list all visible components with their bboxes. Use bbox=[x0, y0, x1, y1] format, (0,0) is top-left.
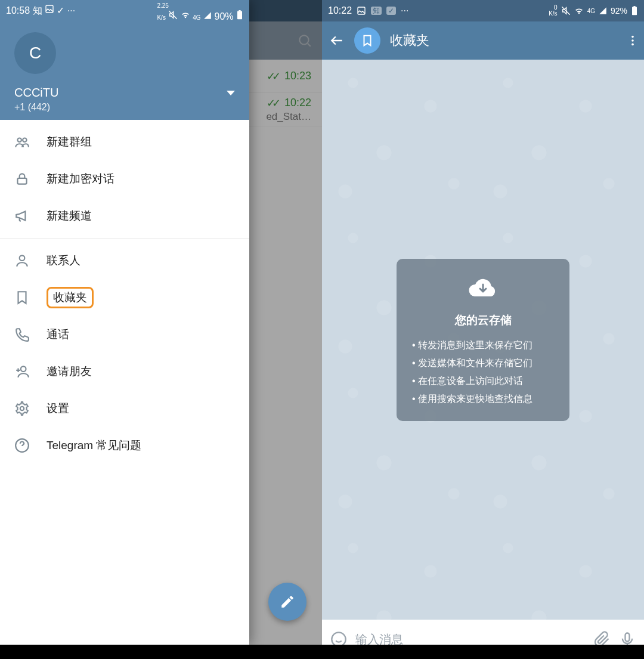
person-icon bbox=[14, 253, 30, 268]
svg-point-17 bbox=[631, 36, 634, 38]
status-more-icon: ··· bbox=[401, 5, 408, 16]
drawer-menu: 新建群组 新建加密对话 新建频道 联系人 收藏夹 bbox=[0, 120, 249, 645]
menu-settings[interactable]: 设置 bbox=[0, 390, 249, 427]
compose-fab[interactable] bbox=[268, 583, 306, 621]
chat-body: 您的云存储 转发消息到这里来保存它们 发送媒体和文件来存储它们 在任意设备上访问… bbox=[322, 60, 644, 620]
status-4g: 4G bbox=[193, 14, 200, 21]
menu-saved-messages[interactable]: 收藏夹 bbox=[0, 279, 249, 316]
mute-icon bbox=[561, 6, 571, 16]
svg-rect-2 bbox=[46, 5, 53, 13]
status-more-icon: ··· bbox=[67, 5, 75, 16]
status-pill-icon: 知 bbox=[33, 5, 42, 16]
help-icon bbox=[14, 438, 30, 453]
cloud-storage-info-card: 您的云存储 转发消息到这里来保存它们 发送媒体和文件来存储它们 在任意设备上访问… bbox=[397, 259, 569, 421]
signal-icon bbox=[599, 7, 607, 15]
pencil-icon bbox=[280, 594, 295, 610]
signal-icon bbox=[203, 11, 212, 20]
mute-icon bbox=[168, 10, 178, 20]
svg-rect-8 bbox=[17, 178, 26, 184]
svg-point-7 bbox=[23, 138, 27, 143]
status-pill-icon: ✓ bbox=[386, 7, 396, 15]
menu-label: 设置 bbox=[47, 401, 69, 416]
menu-faq[interactable]: Telegram 常见问题 bbox=[0, 427, 249, 464]
menu-label: Telegram 常见问题 bbox=[47, 438, 141, 453]
svg-point-18 bbox=[631, 39, 634, 42]
back-icon[interactable] bbox=[329, 33, 345, 48]
lock-icon bbox=[14, 171, 30, 187]
image-icon bbox=[45, 4, 54, 14]
menu-label: 联系人 bbox=[47, 253, 80, 268]
menu-label: 邀请朋友 bbox=[47, 364, 92, 379]
card-bullet: 转发消息到这里来保存它们 bbox=[412, 336, 554, 354]
right-screenshot: 10:22 知 ✓ ··· 0 K/s 4G 92% 收藏夹 bbox=[322, 0, 644, 659]
menu-separator bbox=[0, 238, 249, 239]
status-time: 10:22 bbox=[328, 5, 352, 16]
android-navbar bbox=[0, 645, 322, 659]
menu-new-secret-chat[interactable]: 新建加密对话 bbox=[0, 160, 249, 197]
card-bullet: 使用搜索来更快地查找信息 bbox=[412, 390, 554, 408]
drawer-header: 10:58 知 ✓ ··· 2.25 K/s 4G 90% bbox=[0, 0, 249, 120]
menu-new-group[interactable]: 新建群组 bbox=[0, 123, 249, 160]
megaphone-icon bbox=[14, 208, 30, 224]
bookmark-icon bbox=[361, 34, 374, 47]
gear-icon bbox=[14, 401, 30, 416]
left-screenshot: ✓✓ 10:23 ✓✓ 10:22 ed_Stat… 10:58 bbox=[0, 0, 322, 659]
menu-label: 通话 bbox=[47, 327, 69, 342]
status-4g: 4G bbox=[587, 8, 595, 14]
avatar[interactable]: C bbox=[14, 32, 56, 74]
phone-icon bbox=[14, 327, 30, 342]
status-pill-icon: 知 bbox=[371, 7, 382, 15]
android-navbar bbox=[322, 645, 644, 659]
card-title: 您的云存储 bbox=[412, 313, 554, 328]
card-bullet: 在任意设备上访问此对话 bbox=[412, 372, 554, 390]
battery-icon bbox=[631, 6, 638, 16]
wifi-icon bbox=[574, 6, 584, 16]
profile-name: CCCiTU bbox=[14, 86, 58, 100]
svg-point-10 bbox=[21, 366, 26, 372]
status-battery: 90% bbox=[215, 11, 234, 21]
bookmark-icon bbox=[14, 290, 30, 305]
svg-rect-16 bbox=[633, 6, 635, 7]
avatar-initial: C bbox=[29, 44, 41, 63]
card-bullet-list: 转发消息到这里来保存它们 发送媒体和文件来存储它们 在任意设备上访问此对话 使用… bbox=[412, 336, 554, 408]
svg-point-11 bbox=[20, 407, 24, 411]
svg-rect-5 bbox=[239, 10, 240, 11]
navigation-drawer: 10:58 知 ✓ ··· 2.25 K/s 4G 90% bbox=[0, 0, 249, 645]
menu-label: 新建频道 bbox=[47, 208, 92, 224]
wifi-icon bbox=[181, 10, 190, 20]
image-icon bbox=[357, 6, 366, 16]
menu-contacts[interactable]: 联系人 bbox=[0, 242, 249, 279]
person-add-icon bbox=[14, 364, 30, 379]
status-net: 0 K/s bbox=[549, 5, 557, 17]
svg-rect-4 bbox=[237, 11, 242, 20]
appbar-title: 收藏夹 bbox=[390, 32, 617, 49]
account-dropdown-icon[interactable] bbox=[227, 91, 235, 95]
menu-invite-friends[interactable]: 邀请朋友 bbox=[0, 353, 249, 390]
menu-calls[interactable]: 通话 bbox=[0, 316, 249, 353]
menu-label: 新建群组 bbox=[47, 134, 92, 150]
card-bullet: 发送媒体和文件来存储它们 bbox=[412, 354, 554, 372]
status-net: 2.25 K/s bbox=[157, 2, 168, 21]
status-time: 10:58 bbox=[6, 5, 30, 16]
menu-new-channel[interactable]: 新建频道 bbox=[0, 197, 249, 234]
svg-point-9 bbox=[20, 255, 25, 261]
more-vert-icon[interactable] bbox=[626, 34, 639, 47]
svg-point-6 bbox=[17, 138, 21, 143]
saved-messages-avatar[interactable] bbox=[354, 27, 380, 54]
svg-rect-13 bbox=[358, 7, 365, 14]
battery-icon bbox=[236, 10, 243, 20]
status-pill-icon: ✓ bbox=[57, 5, 64, 16]
svg-point-19 bbox=[631, 44, 634, 46]
svg-rect-21 bbox=[626, 633, 630, 642]
menu-label: 新建加密对话 bbox=[47, 171, 114, 187]
statusbar-right: 10:22 知 ✓ ··· 0 K/s 4G 92% bbox=[322, 0, 644, 21]
svg-rect-15 bbox=[632, 7, 637, 16]
statusbar-left: 10:58 知 ✓ ··· 2.25 K/s 4G 90% bbox=[0, 0, 249, 21]
status-battery: 92% bbox=[611, 6, 627, 16]
menu-label: 收藏夹 bbox=[53, 291, 87, 304]
profile-phone: +1 (442) bbox=[0, 100, 249, 113]
cloud-download-icon bbox=[466, 272, 500, 305]
group-icon bbox=[14, 134, 30, 150]
appbar: 收藏夹 bbox=[322, 21, 644, 60]
